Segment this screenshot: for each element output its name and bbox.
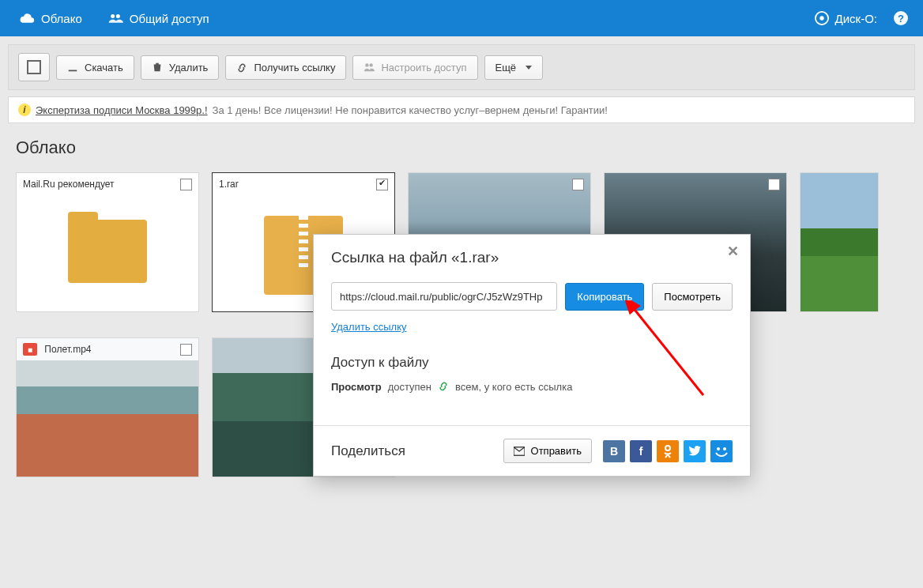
- share-url-input[interactable]: [331, 282, 557, 311]
- svg-point-10: [717, 447, 720, 450]
- more-label: Ещё: [495, 62, 517, 74]
- people-small-icon: [364, 62, 375, 73]
- nav-shared[interactable]: Общий доступ: [96, 0, 220, 36]
- svg-point-11: [723, 447, 726, 450]
- folder-icon: [68, 220, 147, 283]
- disk-o-icon: [815, 11, 829, 25]
- access-label: Настроить доступ: [381, 62, 466, 74]
- people-icon: [107, 12, 123, 24]
- tile-video-polet[interactable]: ■ Полет.mp4: [16, 337, 199, 477]
- svg-point-3: [819, 16, 823, 20]
- toolbar: Скачать Удалить Получить ссылку Настроит…: [8, 44, 915, 90]
- access-who: всем, у кого есть ссылка: [455, 381, 572, 393]
- ad-text: За 1 день! Все лицензии! Не понравится к…: [213, 104, 608, 116]
- ad-icon: i: [18, 104, 31, 116]
- download-icon: [67, 62, 78, 73]
- tile-label: ■ Полет.mp4: [23, 343, 92, 356]
- delete-link-action[interactable]: Удалить ссылку: [331, 321, 407, 333]
- get-link-button[interactable]: Получить ссылку: [225, 55, 346, 80]
- access-row: Просмотр доступен всем, у кого есть ссыл…: [331, 380, 733, 394]
- share-tw-button[interactable]: [684, 440, 706, 462]
- tile-checkbox[interactable]: [768, 179, 780, 190]
- nav-cloud-label: Облако: [41, 12, 82, 25]
- cloud-icon: [19, 12, 35, 24]
- access-title: Доступ к файлу: [331, 355, 733, 371]
- share-vk-button[interactable]: B: [603, 440, 625, 462]
- nav-disko-label: Диск-О:: [835, 12, 877, 25]
- link-small-icon: [438, 380, 449, 394]
- access-button[interactable]: Настроить доступ: [352, 55, 477, 80]
- share-ok-button[interactable]: [657, 440, 679, 462]
- svg-point-9: [665, 446, 670, 450]
- delete-label: Удалить: [169, 62, 209, 74]
- delete-button[interactable]: Удалить: [141, 55, 220, 80]
- share-link-modal: ✕ Ссылка на файл «1.rar» Копировать Посм…: [313, 234, 751, 477]
- more-button[interactable]: Ещё: [484, 55, 544, 80]
- checkbox-icon: [27, 60, 41, 74]
- tile-checkbox[interactable]: [180, 344, 192, 356]
- close-button[interactable]: ✕: [727, 243, 739, 260]
- tile-checkbox[interactable]: [572, 179, 584, 190]
- nav-cloud[interactable]: Облако: [8, 0, 93, 36]
- share-label: Поделиться: [331, 443, 405, 459]
- chevron-down-icon: [526, 66, 532, 70]
- svg-point-7: [370, 63, 373, 66]
- access-mode: Просмотр: [331, 381, 382, 393]
- send-email-button[interactable]: Отправить: [503, 439, 592, 463]
- help-icon: ?: [893, 10, 909, 26]
- breadcrumb: Облако: [8, 138, 915, 158]
- tile-label: Mail.Ru рекомендует: [23, 179, 115, 190]
- svg-point-1: [116, 14, 120, 18]
- ad-link[interactable]: Экспертиза подписи Москва 1999р.!: [36, 104, 208, 116]
- access-state: доступен: [388, 381, 431, 393]
- get-link-label: Получить ссылку: [254, 62, 335, 74]
- download-button[interactable]: Скачать: [56, 55, 134, 80]
- mail-icon: [514, 447, 525, 456]
- nav-help[interactable]: ?: [887, 0, 915, 36]
- modal-title: Ссылка на файл «1.rar»: [331, 249, 733, 266]
- link-icon: [236, 62, 247, 73]
- trash-icon: [152, 62, 163, 73]
- tile-image-3[interactable]: [800, 172, 879, 312]
- tile-checkbox[interactable]: [376, 179, 388, 190]
- share-bar: Поделиться Отправить B f: [314, 425, 750, 476]
- share-fb-button[interactable]: f: [630, 440, 652, 462]
- svg-text:?: ?: [898, 13, 904, 24]
- send-label: Отправить: [531, 445, 582, 457]
- copy-button[interactable]: Копировать: [565, 283, 644, 311]
- nav-shared-label: Общий доступ: [130, 12, 209, 25]
- download-label: Скачать: [85, 62, 123, 74]
- tile-checkbox[interactable]: [180, 179, 192, 190]
- nav-disko[interactable]: Диск-О:: [808, 0, 883, 36]
- view-button[interactable]: Посмотреть: [652, 283, 733, 311]
- svg-point-6: [366, 63, 369, 66]
- top-nav: Облако Общий доступ Диск-О: ?: [0, 0, 923, 36]
- tile-mailru-recommends[interactable]: Mail.Ru рекомендует: [16, 172, 199, 312]
- tile-label: 1.rar: [219, 179, 239, 190]
- svg-point-0: [111, 14, 115, 18]
- ad-bar: i Экспертиза подписи Москва 1999р.! За 1…: [8, 96, 915, 123]
- share-moimir-button[interactable]: [710, 440, 733, 462]
- select-all-checkbox[interactable]: [18, 53, 50, 81]
- video-badge-icon: ■: [23, 343, 37, 356]
